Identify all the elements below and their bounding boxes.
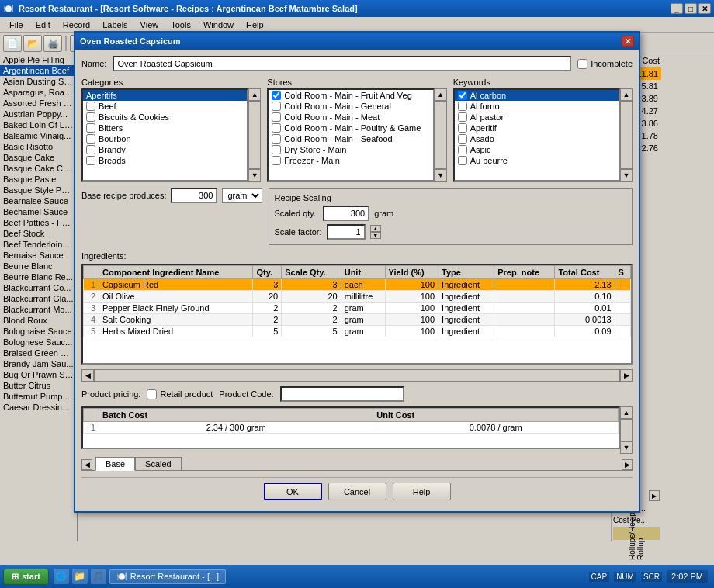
- recipe-item[interactable]: Baked Loin Of La...: [0, 119, 77, 130]
- menu-view[interactable]: View: [134, 19, 165, 31]
- category-item[interactable]: Aperitifs: [83, 90, 247, 101]
- retail-checkbox[interactable]: [147, 389, 157, 399]
- store-checkbox[interactable]: [272, 112, 281, 122]
- category-item[interactable]: Bitters: [83, 123, 247, 133]
- category-checkbox[interactable]: [86, 156, 95, 165]
- category-checkbox[interactable]: [86, 112, 95, 122]
- category-checkbox[interactable]: [86, 145, 95, 154]
- ingredient-row[interactable]: 3 Pepper Black Finely Ground 2 2 gram 10…: [84, 303, 631, 314]
- category-item[interactable]: Bourbon: [83, 133, 247, 144]
- tab-scroll-left[interactable]: ◀: [81, 459, 92, 470]
- spin-down-btn[interactable]: ▼: [370, 232, 381, 239]
- recipe-item[interactable]: Bechamel Sauce: [0, 206, 77, 217]
- store-checkbox[interactable]: [272, 91, 281, 100]
- store-checkbox[interactable]: [272, 102, 281, 111]
- maximize-btn[interactable]: □: [685, 3, 697, 14]
- category-checkbox[interactable]: [86, 102, 95, 111]
- menu-help[interactable]: Help: [240, 19, 270, 31]
- keyword-item[interactable]: Aspic: [455, 144, 619, 155]
- pricing-table-wrap[interactable]: Batch Cost Unit Cost 1 2.34 / 300 gram 0…: [81, 406, 620, 449]
- recipe-item[interactable]: Bolognaise Sauce: [0, 326, 77, 337]
- incomplete-checkbox[interactable]: [577, 59, 587, 69]
- recipe-item[interactable]: Caesar Dressing...: [0, 402, 77, 413]
- ingredients-hscroll[interactable]: ◀ ▶: [81, 369, 633, 382]
- recipe-item[interactable]: Basque Paste: [0, 174, 77, 185]
- ingredient-row[interactable]: 5 Herbs Mixed Dried 5 5 gram 100 Ingredi…: [84, 326, 631, 337]
- recipe-item[interactable]: Basque Cake: [0, 152, 77, 163]
- recipe-item[interactable]: Basque Style Pas...: [0, 185, 77, 195]
- store-item[interactable]: Cold Room - Main - Seafood: [269, 133, 432, 144]
- base-unit-select[interactable]: gram: [222, 188, 262, 203]
- spin-up-btn[interactable]: ▲: [370, 225, 381, 232]
- ingredient-row[interactable]: 4 Salt Cooking 2 2 gram 100 Ingredient 0…: [84, 314, 631, 326]
- recipe-item[interactable]: Blond Roux: [0, 315, 77, 326]
- recipe-item[interactable]: Butter Citrus: [0, 380, 77, 391]
- help-button[interactable]: Help: [393, 483, 451, 500]
- ingredient-row[interactable]: 2 Oil Olive 20 20 millilitre 100 Ingredi…: [84, 291, 631, 303]
- recipe-item[interactable]: Austrian Poppy...: [0, 109, 77, 119]
- scroll-right[interactable]: ▶: [620, 369, 633, 382]
- product-code-input[interactable]: [280, 386, 404, 402]
- store-item[interactable]: Cold Room - Main - Meat: [269, 112, 432, 123]
- media-icon[interactable]: 🎵: [91, 569, 106, 584]
- scale-factor-input[interactable]: [327, 224, 366, 240]
- menu-labels[interactable]: Labels: [96, 19, 133, 31]
- recipe-item[interactable]: Beef Stock: [0, 228, 77, 239]
- tab-scaled[interactable]: Scaled: [135, 457, 182, 470]
- store-item[interactable]: Cold Room - Main - General: [269, 101, 432, 112]
- recipe-item[interactable]: Apple Pie Filling: [0, 54, 77, 65]
- recipe-item[interactable]: Beef Tenderloin...: [0, 239, 77, 250]
- toolbar-new[interactable]: 📄: [3, 35, 22, 52]
- category-item[interactable]: Biscuits & Cookies: [83, 112, 247, 123]
- category-item[interactable]: Breads: [83, 155, 247, 166]
- recipe-item[interactable]: Assorted Fresh H...: [0, 98, 77, 109]
- recipe-item[interactable]: Asparagus, Roast...: [0, 87, 77, 98]
- store-checkbox[interactable]: [272, 123, 281, 133]
- keyword-checkbox[interactable]: [458, 145, 467, 154]
- categories-list[interactable]: Aperitifs Beef Biscuits & Cookies: [81, 88, 248, 182]
- recipe-item[interactable]: Braised Green Ca...: [0, 348, 77, 358]
- ingredients-table-wrap[interactable]: Component Ingredient Name Qty. Scale Qty…: [81, 264, 633, 365]
- keyword-checkbox[interactable]: [458, 156, 467, 165]
- close-btn[interactable]: ✕: [698, 3, 711, 14]
- recipe-item[interactable]: Bolognese Sauc...: [0, 337, 77, 348]
- recipe-item[interactable]: Balsamic Vinaig...: [0, 130, 77, 141]
- store-checkbox[interactable]: [272, 145, 281, 154]
- recipe-item[interactable]: Blackcurrant Gla...: [0, 293, 77, 304]
- keywords-list[interactable]: Al carbon Al forno Al pastor: [453, 88, 620, 182]
- recipe-item[interactable]: Argentinean Beef: [0, 65, 77, 76]
- scroll-up[interactable]: ▲: [620, 406, 633, 419]
- recipe-item[interactable]: Beurre Blanc Re...: [0, 272, 77, 282]
- scroll-down[interactable]: ▼: [620, 169, 633, 182]
- minimize-btn[interactable]: _: [671, 3, 683, 14]
- toolbar-print[interactable]: 🖨️: [43, 35, 62, 52]
- scroll-up[interactable]: ▲: [248, 88, 261, 101]
- keyword-checkbox[interactable]: [458, 123, 467, 133]
- cancel-button[interactable]: Cancel: [328, 483, 386, 500]
- toolbar-open[interactable]: 📂: [23, 35, 42, 52]
- cost-nav-right[interactable]: ▶: [649, 490, 660, 501]
- tab-base[interactable]: Base: [95, 457, 135, 471]
- menu-window[interactable]: Window: [197, 19, 240, 31]
- menu-edit[interactable]: Edit: [29, 19, 57, 31]
- keyword-item[interactable]: Al forno: [455, 101, 619, 112]
- keyword-checkbox[interactable]: [458, 91, 467, 100]
- base-qty-input[interactable]: [171, 188, 217, 203]
- scroll-down[interactable]: ▼: [620, 441, 633, 454]
- scroll-up[interactable]: ▲: [435, 88, 447, 101]
- scroll-left[interactable]: ◀: [81, 369, 94, 382]
- recipe-item[interactable]: Blackcurrant Co...: [0, 282, 77, 293]
- recipe-list[interactable]: Apple Pie Filling Argentinean Beef Asian…: [0, 54, 78, 541]
- scale-factor-spinner[interactable]: ▲ ▼: [370, 225, 381, 239]
- ingredient-name[interactable]: [99, 279, 253, 291]
- category-checkbox[interactable]: [86, 134, 95, 144]
- scroll-up[interactable]: ▲: [620, 88, 633, 101]
- keyword-item[interactable]: Asado: [455, 133, 619, 144]
- recipe-item[interactable]: Bug Or Prawn So...: [0, 369, 77, 380]
- category-checkbox[interactable]: [86, 123, 95, 133]
- recipe-item[interactable]: Basic Risotto: [0, 141, 77, 152]
- menu-file[interactable]: File: [3, 19, 29, 31]
- recipe-item[interactable]: Asian Dusting Su...: [0, 76, 77, 87]
- store-item[interactable]: Cold Room - Main - Fruit And Veg: [269, 90, 432, 101]
- name-input[interactable]: [113, 56, 571, 71]
